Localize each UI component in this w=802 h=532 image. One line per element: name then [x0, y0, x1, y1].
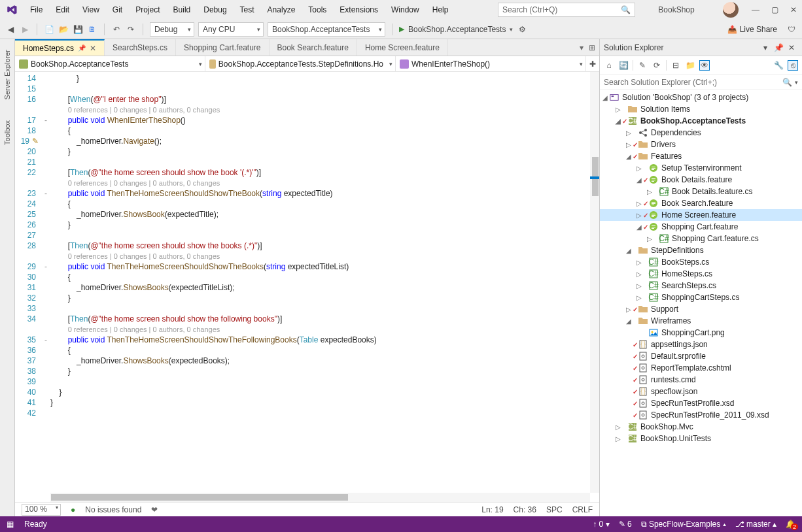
open-icon[interactable]: 📂 — [58, 24, 69, 35]
code-editor[interactable]: 141516 171819✎202122 232425262728 293031… — [15, 72, 599, 493]
liveshare-label[interactable]: Live Share — [740, 25, 777, 34]
close-button[interactable]: ✕ — [790, 5, 797, 14]
solution-tree[interactable]: ◢Solution 'BookShop' (3 of 3 projects)▷S… — [600, 90, 802, 516]
doctab[interactable]: Book Search.feature — [270, 39, 357, 56]
save-all-icon[interactable]: 🗎 — [87, 24, 97, 35]
tree-node[interactable]: ▷C#Shopping Cart.feature.cs — [600, 233, 802, 244]
tree-node[interactable]: ▷C#HomeSteps.cs — [600, 268, 802, 280]
tree-node[interactable]: ✓SpecRunTestProfile.xsd — [600, 397, 802, 409]
tree-node[interactable]: ✓ReportTemplate.cshtml — [600, 362, 802, 374]
nav-class[interactable]: BookShop.AcceptanceTests.StepDefinitions… — [205, 56, 396, 71]
doctab[interactable]: HomeSteps.cs📌✕ — [15, 39, 105, 56]
repo-button[interactable]: ⧉ SpecFlow-Examples ▴ — [641, 520, 726, 529]
tree-node[interactable]: ◢StepDefinitions — [600, 244, 802, 256]
startup-combo[interactable]: BookShop.AcceptanceTests — [268, 22, 385, 37]
tree-node[interactable]: ◢✓Features — [600, 150, 802, 162]
home-icon[interactable]: ⌂ — [604, 60, 614, 71]
line-label[interactable]: Ln: 19 — [481, 505, 503, 514]
pin-icon[interactable]: 📌 — [773, 42, 784, 53]
run-button[interactable]: BookShop.AcceptanceTests — [408, 25, 506, 34]
health-icon[interactable]: ❤ — [151, 505, 158, 514]
liveshare-icon[interactable]: 📤 — [727, 25, 737, 34]
issues-label[interactable]: No issues found — [85, 505, 141, 514]
menu-project[interactable]: Project — [130, 3, 165, 17]
tree-node[interactable]: ✓runtests.cmd — [600, 374, 802, 386]
maximize-button[interactable]: ▢ — [771, 5, 778, 14]
menu-view[interactable]: View — [77, 3, 105, 17]
collapse-icon[interactable]: ⊟ — [671, 60, 681, 71]
undo-icon[interactable]: ↶ — [111, 24, 122, 35]
nav-member[interactable]: WhenIEnterTheShop() — [396, 56, 586, 71]
minimize-button[interactable]: — — [752, 5, 759, 14]
tab-split-icon[interactable]: ⊞ — [589, 43, 595, 52]
doctab[interactable]: SearchSteps.cs — [105, 39, 176, 56]
menu-window[interactable]: Window — [386, 3, 425, 17]
tree-node[interactable]: ▷✓Support — [600, 303, 802, 315]
redo-icon[interactable]: ↷ — [126, 24, 136, 35]
menu-analyze[interactable]: Analyze — [262, 3, 301, 17]
tree-node[interactable]: ▷Dependencies — [600, 127, 802, 139]
tree-node[interactable]: ▷Solution Items — [600, 103, 802, 115]
platform-combo[interactable]: Any CPU — [198, 22, 264, 37]
fold-gutter[interactable]: - - - - — [41, 72, 50, 493]
nav-split-icon[interactable]: ✚ — [586, 56, 599, 71]
tree-node[interactable]: ▷C#ShoppingCartSteps.cs — [600, 291, 802, 303]
menu-tools[interactable]: Tools — [303, 3, 332, 17]
tree-node[interactable]: ▷C#Book Details.feature.cs — [600, 186, 802, 197]
show-all-icon[interactable]: 📁 — [685, 60, 695, 71]
vertical-scrollbar[interactable] — [590, 72, 599, 493]
tree-node[interactable]: ✓SpecRunTestProfile_2011_09.xsd — [600, 409, 802, 421]
publish-button[interactable]: ↑ 0 ▾ — [593, 520, 609, 529]
forward-icon[interactable]: ▶ — [20, 24, 30, 35]
pending-changes-icon[interactable]: ✎ — [637, 60, 648, 71]
indent-label[interactable]: SPC — [546, 505, 563, 514]
search-input[interactable]: Search (Ctrl+Q) 🔍 — [498, 3, 635, 17]
eol-label[interactable]: CRLF — [572, 505, 593, 514]
menu-edit[interactable]: Edit — [50, 3, 75, 17]
user-avatar[interactable] — [723, 2, 739, 18]
sync-icon[interactable]: ⟳ — [652, 60, 662, 71]
tree-node[interactable]: ▷C#BookShop.Mvc — [600, 421, 802, 433]
track-active-toggle[interactable]: ⎋ — [788, 60, 798, 71]
menu-build[interactable]: Build — [168, 3, 196, 17]
settings-icon[interactable]: ⚙ — [517, 24, 527, 35]
pin-icon[interactable]: 📌 — [78, 44, 86, 52]
switch-view-icon[interactable]: 🔄 — [618, 60, 629, 71]
tree-node[interactable]: ▷C#SearchSteps.cs — [600, 280, 802, 291]
menu-extensions[interactable]: Extensions — [334, 3, 383, 17]
menu-test[interactable]: Test — [235, 3, 260, 17]
doctab[interactable]: Shopping Cart.feature — [176, 39, 269, 56]
tree-node[interactable]: ▷C#BookSteps.cs — [600, 256, 802, 268]
tree-node[interactable]: ▷✓Home Screen.feature — [600, 209, 802, 221]
char-label[interactable]: Ch: 36 — [514, 505, 536, 514]
menu-git[interactable]: Git — [107, 3, 128, 17]
solution-search[interactable]: Search Solution Explorer (Ctrl+;) 🔍 ▾ — [600, 75, 802, 90]
tree-node[interactable]: ✓Default.srprofile — [600, 350, 802, 362]
sidetab-toolbox[interactable]: Toolbox — [2, 116, 12, 149]
changes-button[interactable]: ✎ 6 — [619, 520, 632, 529]
tree-node[interactable]: ✓{}specflow.json — [600, 386, 802, 397]
solution-label[interactable]: BookShop — [640, 3, 712, 17]
tree-node[interactable]: ◢✓C#BookShop.AcceptanceTests — [600, 115, 802, 127]
tree-root[interactable]: ◢Solution 'BookShop' (3 of 3 projects) — [600, 91, 802, 103]
branch-button[interactable]: ⎇ master ▴ — [735, 520, 776, 529]
config-combo[interactable]: Debug — [150, 22, 194, 37]
doctab[interactable]: Home Screen.feature — [357, 39, 448, 56]
tree-node[interactable]: ◢Wireframes — [600, 315, 802, 327]
tree-node[interactable]: ▷Setup Testenvironment — [600, 162, 802, 174]
tab-overflow-icon[interactable]: ▾ — [580, 43, 584, 52]
tree-node[interactable]: ◢✓Book Details.feature — [600, 174, 802, 186]
horizontal-scrollbar[interactable] — [50, 493, 590, 502]
back-icon[interactable]: ◀ — [5, 24, 16, 35]
menu-help[interactable]: Help — [427, 3, 454, 17]
close-tab-icon[interactable]: ✕ — [90, 44, 96, 53]
window-options-icon[interactable]: ▾ — [760, 42, 771, 53]
save-icon[interactable]: 💾 — [73, 24, 83, 35]
admin-icon[interactable]: 🛡 — [786, 24, 797, 35]
tree-node[interactable]: ▷C#BookShop.UnitTests — [600, 433, 802, 444]
new-project-icon[interactable]: 📄 — [44, 24, 54, 35]
tree-node[interactable]: ShoppingCart.png — [600, 327, 802, 339]
tree-node[interactable]: ◢✓Shopping Cart.feature — [600, 221, 802, 233]
properties-icon[interactable]: 🔧 — [773, 60, 784, 71]
code-content[interactable]: } [When(@"I enter the shop")] 0 referenc… — [50, 72, 599, 493]
